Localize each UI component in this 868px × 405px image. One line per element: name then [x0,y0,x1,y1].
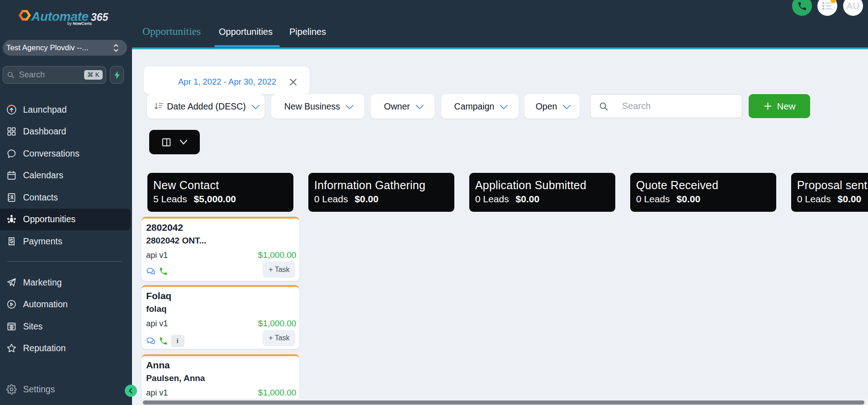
svg-text:365: 365 [91,11,109,23]
svg-text:by NowCerts: by NowCerts [67,21,92,26]
